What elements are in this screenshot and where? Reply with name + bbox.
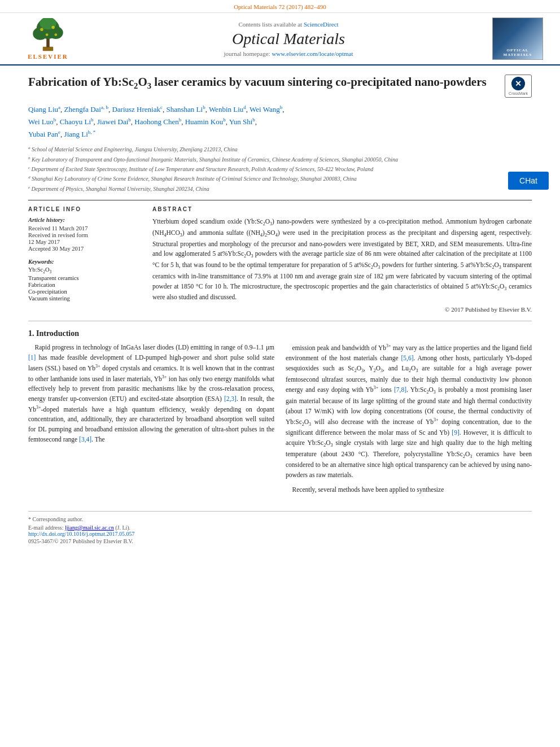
affil-d: d Shanghai Key Laboratory of Crime Scene… — [28, 174, 532, 183]
svg-point-7 — [51, 25, 55, 29]
intro-para-3: Recently, several methods have been appl… — [286, 485, 532, 495]
author-jiang-li: Jiang Li — [64, 130, 88, 139]
intro-col-left: Rapid progress in technology of InGaAs l… — [28, 343, 274, 500]
introduction-body: Rapid progress in technology of InGaAs l… — [28, 343, 532, 500]
main-content: Fabrication of Yb:Sc2O3 laser ceramics b… — [0, 65, 560, 553]
science-direct-anchor[interactable]: ScienceDirect — [304, 21, 339, 28]
doi-link[interactable]: http://dx.doi.org/10.1016/j.optmat.2017.… — [28, 531, 134, 537]
svg-point-3 — [33, 27, 47, 40]
keyword-3: Fabrication — [28, 282, 141, 288]
journal-thumbnail: OpticalMaterials — [492, 18, 543, 60]
history-label: Article history: — [28, 217, 141, 223]
author-wenbin-liu: Wenbin Liu — [209, 105, 243, 113]
journal-header-center: Contents lists available at ScienceDirec… — [90, 21, 487, 57]
article-info-column: ARTICLE INFO Article history: Received 1… — [28, 206, 141, 313]
intro-para-2: emission peak and bandwidth of Yb3+ may … — [286, 343, 532, 480]
ref-1[interactable]: [1] — [28, 354, 36, 361]
received-revised-date: 12 May 2017 — [28, 239, 141, 245]
crossmark-badge[interactable]: ✕ CrossMark — [505, 75, 532, 98]
abstract-column: ABSTRACT Ytterbium doped scandium oxide … — [152, 206, 532, 313]
elsevier-logo: ELSEVIER — [11, 18, 85, 60]
affil-c: c Department of Excited State Spectrosco… — [28, 165, 532, 173]
received-date: Received 11 March 2017 — [28, 225, 141, 231]
abstract-heading: ABSTRACT — [152, 206, 532, 212]
chat-button[interactable]: CHat — [508, 172, 549, 190]
affil-b: b Key Laboratory of Transparent and Opto… — [28, 155, 532, 164]
elsevier-tree-icon — [25, 18, 71, 52]
svg-point-6 — [40, 28, 43, 31]
thumb-label: OpticalMaterials — [504, 48, 532, 57]
ref-9[interactable]: [9] — [452, 429, 459, 436]
keyword-1: Yb:Sc2O3 — [28, 267, 141, 274]
doi-line: http://dx.doi.org/10.1016/j.optmat.2017.… — [28, 531, 532, 537]
article-info-heading: ARTICLE INFO — [28, 206, 141, 212]
authors-line: Qiang Liua, Zhengfa Daia, b, Dariusz Hre… — [28, 103, 532, 141]
footer-email-line: E-mail address: ljiang@mail.sic.ac.cn (J… — [28, 525, 532, 531]
author-yun-shi: Yun Shi — [229, 117, 253, 126]
author-haohong-chen: Haohong Chen — [134, 117, 178, 126]
introduction-section: 1. Introduction Rapid progress in techno… — [28, 329, 532, 500]
author-shanshan-li: Shanshan Li — [166, 105, 203, 113]
issn-line: 0925-3467/© 2017 Published by Elsevier B… — [28, 538, 532, 544]
accepted-date: Accepted 30 May 2017 — [28, 246, 141, 252]
journal-homepage: journal homepage: www.elsevier.com/locat… — [90, 50, 487, 57]
author-dariusz-hreniak: Dariusz Hreniak — [112, 105, 160, 113]
ref-3-4[interactable]: [3,4] — [79, 436, 91, 443]
journal-thumb-area: OpticalMaterials — [492, 18, 549, 60]
journal-volume-info: Optical Materials 72 (2017) 482–490 — [234, 3, 326, 10]
ref-5-6[interactable]: [5,6] — [401, 355, 413, 361]
journal-homepage-link[interactable]: www.elsevier.com/locate/optmat — [272, 50, 353, 57]
intro-para-1: Rapid progress in technology of InGaAs l… — [28, 343, 274, 445]
abstract-text: Ytterbium doped scandium oxide (Yb:Sc2O3… — [152, 217, 532, 303]
keywords-label: Keywords: — [28, 259, 141, 265]
affil-e: e Department of Physics, Shanghai Normal… — [28, 185, 532, 193]
affiliations: a School of Material Science and Enginee… — [28, 145, 532, 193]
ref-7-8[interactable]: [7,8] — [394, 386, 406, 393]
author-huamin-kou: Huamin Kou — [185, 117, 224, 126]
elsevier-logo-area: ELSEVIER — [11, 18, 85, 60]
journal-top-bar: Optical Materials 72 (2017) 482–490 — [0, 0, 560, 13]
elsevier-brand-text: ELSEVIER — [28, 53, 68, 60]
keywords-block: Keywords: Yb:Sc2O3 Transparent ceramics … — [28, 259, 141, 302]
chat-button-area: CHat — [508, 172, 549, 190]
section-divider — [28, 321, 532, 321]
author-wei-luo: Wei Luo — [28, 117, 54, 126]
author-yubai-pan: Yubai Pan — [28, 130, 58, 139]
article-title: Fabrication of Yb:Sc2O3 laser ceramics b… — [28, 75, 493, 91]
corresponding-label: * Corresponding author. — [28, 516, 83, 522]
author-jiawei-dai: Jiawei Dai — [97, 117, 128, 126]
contents-text: Contents lists available at — [238, 21, 302, 28]
crossmark-icon: ✕ — [511, 77, 525, 90]
journal-header: ELSEVIER Contents lists available at Sci… — [0, 13, 560, 65]
svg-rect-0 — [43, 46, 53, 50]
email-label: E-mail address: — [28, 525, 63, 531]
article-history-block: Article history: Received 11 March 2017 … — [28, 217, 141, 252]
svg-rect-1 — [46, 38, 50, 47]
introduction-heading: 1. Introduction — [28, 329, 532, 338]
received-revised-label: Received in revised form — [28, 232, 141, 238]
author-chaoyu-li: Chaoyu Li — [60, 117, 91, 126]
author-qiang-liu: Qiang Liu — [28, 105, 58, 113]
article-info-abstract-area: ARTICLE INFO Article history: Received 1… — [28, 200, 532, 313]
author-email[interactable]: ljiang@mail.sic.ac.cn — [65, 525, 114, 531]
journal-name: Optical Materials — [90, 30, 487, 48]
crossmark-label: CrossMark — [509, 91, 528, 95]
author-wei-wang: Wei Wang — [250, 105, 280, 113]
article-title-area: Fabrication of Yb:Sc2O3 laser ceramics b… — [28, 75, 532, 98]
affil-a: a School of Material Science and Enginee… — [28, 145, 532, 154]
email-author-name: (J. Li). — [115, 525, 130, 531]
abstract-copyright: © 2017 Published by Elsevier B.V. — [152, 306, 532, 313]
svg-point-8 — [46, 33, 49, 36]
article-footer: * Corresponding author. E-mail address: … — [28, 511, 532, 544]
keyword-4: Co-precipitation — [28, 289, 141, 295]
science-direct-link: Contents lists available at ScienceDirec… — [90, 21, 487, 28]
keyword-2: Transparent ceramics — [28, 275, 141, 281]
author-zhengfa-dai: Zhengfa Dai — [64, 105, 101, 113]
corresponding-author-note: * Corresponding author. — [28, 516, 532, 522]
keyword-5: Vacuum sintering — [28, 295, 141, 302]
ref-2-3[interactable]: [2,3] — [224, 395, 237, 402]
intro-col-right: emission peak and bandwidth of Yb3+ may … — [286, 343, 532, 500]
svg-point-9 — [55, 33, 58, 36]
